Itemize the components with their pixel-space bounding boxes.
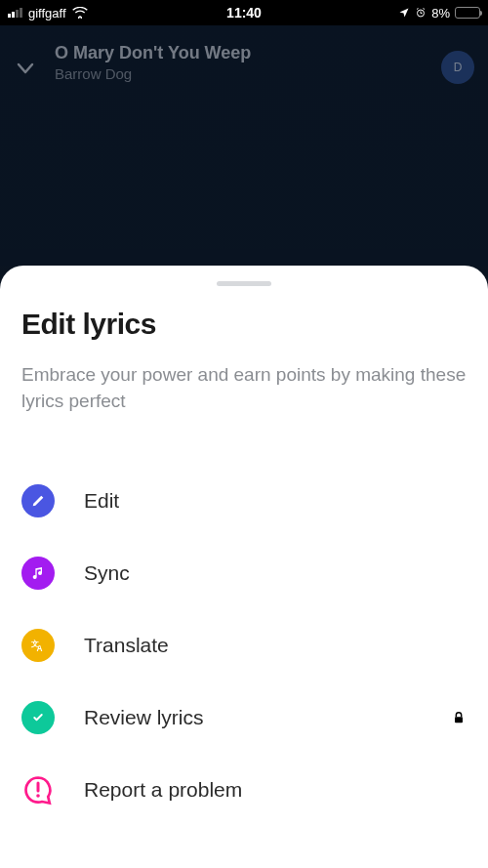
option-translate[interactable]: 文A Translate	[21, 609, 467, 682]
options-list: Edit Sync 文A Translate Review lyrics	[21, 465, 467, 826]
alert-bubble-icon	[21, 773, 55, 806]
option-sync-label: Sync	[84, 561, 467, 585]
status-left: giffgaff	[8, 6, 88, 21]
battery-icon	[455, 7, 480, 19]
option-edit[interactable]: Edit	[21, 465, 467, 537]
cellular-signal-icon	[8, 8, 22, 18]
lock-icon	[451, 710, 467, 725]
avatar[interactable]: D	[441, 51, 474, 84]
check-badge-icon	[21, 701, 55, 734]
clock: 11:40	[226, 5, 262, 21]
option-report[interactable]: Report a problem	[21, 754, 467, 826]
sheet-grabber[interactable]	[217, 281, 271, 286]
option-sync[interactable]: Sync	[21, 537, 467, 609]
svg-text:A: A	[37, 644, 43, 653]
sheet-description: Embrace your power and earn points by ma…	[21, 362, 467, 414]
player-header: O Mary Don't You Weep Barrow Dog D	[0, 25, 488, 266]
option-edit-label: Edit	[84, 489, 467, 513]
track-artist: Barrow Dog	[55, 65, 424, 82]
music-note-icon	[21, 557, 55, 590]
option-review[interactable]: Review lyrics	[21, 682, 467, 754]
avatar-letter: D	[454, 61, 463, 74]
chevron-down-icon[interactable]	[14, 57, 37, 80]
status-right: 8%	[398, 6, 480, 21]
option-translate-label: Translate	[84, 634, 467, 657]
pencil-icon	[21, 484, 55, 517]
battery-percent: 8%	[431, 6, 450, 21]
track-title: O Mary Don't You Weep	[55, 43, 424, 63]
location-icon	[398, 7, 410, 19]
option-review-label: Review lyrics	[84, 706, 422, 729]
wifi-icon	[72, 7, 88, 19]
option-report-label: Report a problem	[84, 778, 467, 802]
track-info: O Mary Don't You Weep Barrow Dog	[55, 43, 424, 82]
svg-point-5	[36, 794, 40, 798]
sheet-title: Edit lyrics	[21, 308, 467, 341]
alarm-icon	[415, 7, 427, 19]
edit-lyrics-sheet: Edit lyrics Embrace your power and earn …	[0, 266, 488, 868]
translate-icon: 文A	[21, 629, 55, 662]
svg-rect-3	[455, 718, 463, 723]
status-bar: giffgaff 11:40 8%	[0, 0, 488, 25]
carrier-label: giffgaff	[28, 6, 66, 21]
